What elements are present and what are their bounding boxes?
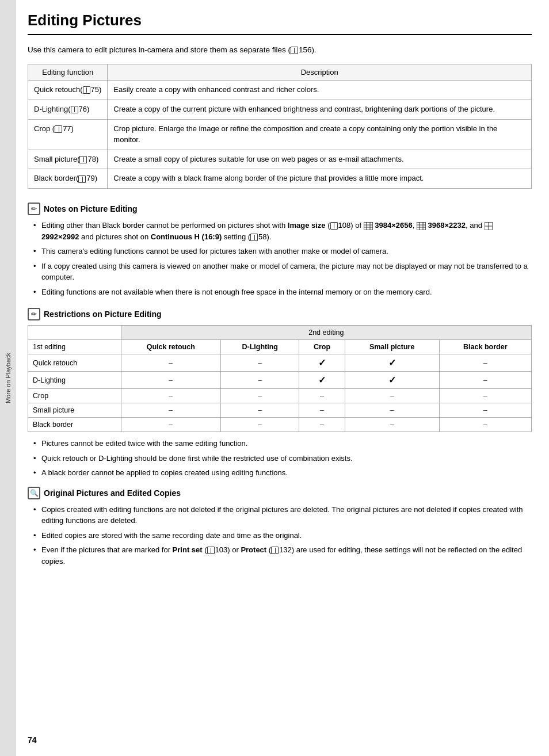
function-name: Crop (77): [34, 124, 74, 133]
description-text: Create a copy with a black frame along b…: [113, 174, 424, 182]
bold-text: 2992×2992: [41, 232, 79, 241]
description-cell: Create a copy of the current picture wit…: [108, 100, 532, 120]
bold-text: 3984×2656: [375, 221, 412, 230]
row-label: D-Lighting: [28, 372, 121, 389]
cell-value: ✓: [345, 372, 439, 389]
notes-section: ✏ Notes on Picture Editing Editing other…: [28, 203, 532, 297]
intro-text-start: Use this camera to edit pictures in-came…: [28, 45, 291, 54]
cell-value: –: [121, 418, 220, 432]
bold-text: Continuous H (16:9): [151, 232, 222, 241]
cell-value: –: [439, 403, 531, 418]
list-item: Editing functions are not available when…: [33, 287, 532, 298]
page-number: 74: [28, 735, 37, 744]
table-row: Black border(79) Create a copy with a bl…: [28, 169, 532, 189]
cell-value: –: [121, 354, 220, 372]
description-cell: Crop picture. Enlarge the image or refin…: [108, 119, 532, 150]
list-item: Editing other than Black border cannot b…: [33, 220, 532, 242]
cell-value: –: [221, 403, 299, 418]
table-row: D-Lighting – – ✓ ✓ –: [28, 372, 532, 389]
original-bullets: Copies created with editing functions ar…: [28, 504, 532, 567]
col2-header: Description: [108, 64, 532, 81]
page-title: Editing Pictures: [28, 12, 532, 35]
bullet-text: Copies created with editing functions ar…: [41, 505, 523, 525]
bullet-text: This camera's editing functions cannot b…: [41, 247, 388, 255]
original-header: 🔍 Original Pictures and Edited Copies: [28, 487, 532, 499]
notes-bullets: Editing other than Black border cannot b…: [28, 220, 532, 297]
description-text: Create a small copy of pictures suitable…: [113, 155, 403, 163]
function-cell: D-Lighting(76): [28, 100, 108, 120]
cell-value: –: [121, 372, 220, 389]
col-black-border: Black border: [439, 340, 531, 354]
table-row: Quick retouch(75) Easily create a copy w…: [28, 81, 532, 100]
bold-text: 3968×2232: [428, 221, 466, 230]
note-text: Pictures cannot be edited twice with the…: [41, 439, 247, 448]
header-2nd-editing: 2nd editing: [121, 326, 531, 340]
list-item: A black border cannot be applied to copi…: [33, 467, 532, 479]
pencil-icon: ✏: [28, 203, 40, 215]
description-text: Create a copy of the current picture wit…: [113, 105, 495, 113]
restrictions-table: 2nd editing 1st editing Quick retouch D-…: [28, 325, 532, 432]
function-cell: Crop (77): [28, 119, 108, 150]
bold-text: Print set: [173, 545, 203, 554]
list-item: Even if the pictures that are marked for…: [33, 544, 532, 567]
row-label: Crop: [28, 389, 121, 403]
svg-rect-5: [417, 222, 426, 230]
cell-value: –: [221, 354, 299, 372]
function-name: D-Lighting(76): [34, 105, 89, 113]
col1-header: Editing function: [28, 64, 108, 81]
cell-value: –: [121, 403, 220, 418]
list-item: Copies created with editing functions ar…: [33, 504, 532, 526]
bullet-text: Editing functions are not available when…: [41, 288, 432, 296]
empty-cell: [28, 326, 121, 340]
restrictions-title: Restrictions on Picture Editing: [44, 310, 162, 319]
table-row: Small picture(78) Create a small copy of…: [28, 150, 532, 169]
col-quick-retouch: Quick retouch: [121, 340, 220, 354]
cell-value: –: [299, 389, 345, 403]
list-item: This camera's editing functions cannot b…: [33, 246, 532, 257]
intro-paragraph: Use this camera to edit pictures in-came…: [28, 44, 532, 56]
cell-value: –: [121, 389, 220, 403]
note-text: A black border cannot be applied to copi…: [41, 468, 288, 477]
function-name: Black border(79): [34, 174, 97, 182]
book-icon: [207, 547, 215, 554]
table-row: Small picture – – – – –: [28, 403, 532, 418]
table-row: Crop (77) Crop picture. Enlarge the imag…: [28, 119, 532, 150]
description-text: Easily create a copy with enhanced contr…: [113, 85, 319, 94]
cell-value: –: [439, 354, 531, 372]
list-item: Pictures cannot be edited twice with the…: [33, 438, 532, 449]
table-row: D-Lighting(76) Create a copy of the curr…: [28, 100, 532, 120]
cell-value: –: [439, 372, 531, 389]
cell-value: –: [221, 418, 299, 432]
col-1st-editing-header: 1st editing: [28, 340, 121, 354]
list-item: Quick retouch or D-Lighting should be do…: [33, 453, 532, 464]
book-icon: [271, 547, 279, 554]
restrictions-notes: Pictures cannot be edited twice with the…: [28, 438, 532, 479]
intro-ref: 156: [299, 45, 312, 54]
note-text: Quick retouch or D-Lighting should be do…: [41, 454, 353, 463]
description-cell: Create a small copy of pictures suitable…: [108, 150, 532, 169]
cell-value: ✓: [299, 372, 345, 389]
row-label: Quick retouch: [28, 354, 121, 372]
restrictions-section: ✏ Restrictions on Picture Editing 2nd ed…: [28, 308, 532, 479]
cell-value: –: [345, 389, 439, 403]
intro-end: ).: [311, 45, 316, 54]
cell-value: ✓: [299, 354, 345, 372]
col-small-picture: Small picture: [345, 340, 439, 354]
original-section: 🔍 Original Pictures and Edited Copies Co…: [28, 487, 532, 567]
cell-value: ✓: [345, 354, 439, 372]
table-row: Crop – – – – –: [28, 389, 532, 403]
page-container: More on Playback Editing Pictures Use th…: [0, 0, 549, 756]
table-row: Black border – – – – –: [28, 418, 532, 432]
function-name: Quick retouch(75): [34, 85, 101, 94]
svg-rect-0: [364, 222, 373, 230]
notes-title: Notes on Picture Editing: [44, 204, 138, 213]
description-cell: Easily create a copy with enhanced contr…: [108, 81, 532, 100]
row-label: Black border: [28, 418, 121, 432]
cell-value: –: [439, 418, 531, 432]
book-icon-intro: [291, 45, 299, 54]
col-crop: Crop: [299, 340, 345, 354]
editing-table: Editing function Description Quick retou…: [28, 64, 532, 189]
camera-icon: 🔍: [28, 487, 40, 499]
function-cell: Small picture(78): [28, 150, 108, 169]
table-row: Quick retouch – – ✓ ✓ –: [28, 354, 532, 372]
